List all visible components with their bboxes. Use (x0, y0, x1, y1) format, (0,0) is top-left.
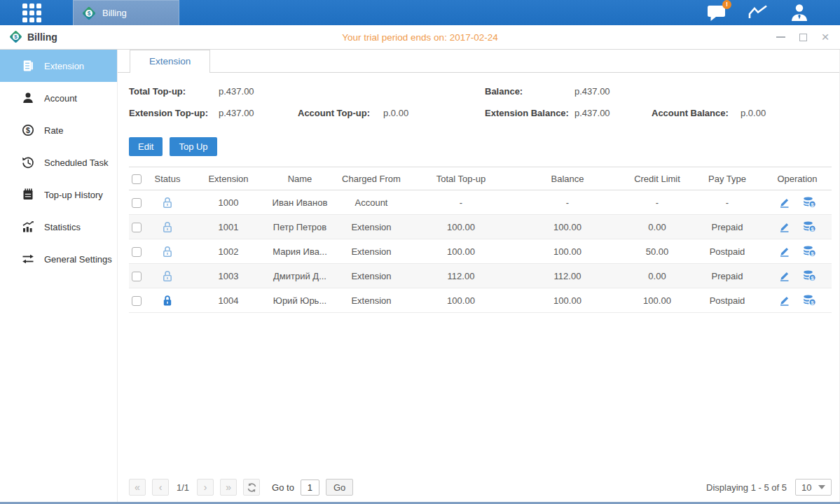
col-balance: Balance (513, 174, 622, 184)
edit-icon[interactable] (778, 246, 790, 257)
extension-table: Status Extension Name Charged From Total… (129, 167, 832, 313)
goto-page-input[interactable] (301, 479, 319, 496)
total-topup-cell: - (409, 197, 513, 208)
row-checkbox-cell (129, 197, 144, 208)
row-checkbox[interactable] (132, 296, 142, 306)
row-checkbox-cell (129, 246, 144, 257)
row-checkbox-cell (129, 270, 144, 281)
col-charged-from: Charged From (333, 174, 409, 184)
refresh-button[interactable] (243, 479, 260, 496)
page-size-select[interactable]: 10 (795, 479, 832, 496)
charged-from-cell: Extension (333, 295, 409, 306)
sidebar-item-label: Scheduled Task (44, 158, 109, 168)
reports-icon[interactable] (748, 4, 769, 21)
window-controls: × (776, 32, 830, 42)
topup-icon[interactable]: $ (803, 221, 816, 232)
sidebar-item-label: Extension (44, 61, 84, 71)
row-checkbox[interactable] (132, 198, 142, 208)
extension-cell: 1000 (191, 197, 266, 208)
select-all-checkbox[interactable] (132, 174, 142, 184)
main-content: Extension Total Top-up: p.437.00 Balance… (118, 50, 840, 502)
col-pay-type: Pay Type (692, 174, 762, 184)
edit-icon[interactable] (778, 197, 790, 208)
sidebar-item-scheduled-task[interactable]: Scheduled Task (0, 146, 117, 178)
pay-type-cell: Prepaid (692, 271, 762, 281)
last-page-button[interactable]: » (220, 479, 237, 496)
prev-page-button[interactable]: ‹ (152, 479, 169, 496)
charged-from-cell: Extension (333, 222, 409, 232)
notification-badge: ! (722, 0, 731, 9)
app-tab-label: Billing (102, 8, 127, 18)
top-up-button[interactable]: Top Up (170, 137, 216, 156)
charged-from-cell: Extension (333, 271, 409, 281)
close-button[interactable]: × (820, 32, 830, 42)
tab-extension[interactable]: Extension (130, 50, 210, 73)
messages-icon[interactable]: ! (707, 4, 727, 21)
displaying-text: Displaying 1 - 5 of 5 (706, 482, 787, 493)
balance-cell: 100.00 (513, 246, 622, 257)
sidebar-item-statistics[interactable]: Statistics (0, 211, 117, 243)
status-cell (144, 220, 191, 232)
extension-cell: 1004 (191, 295, 266, 306)
rate-icon: $ (22, 124, 34, 136)
sidebar-item-label: General Settings (44, 254, 112, 265)
row-checkbox[interactable] (132, 272, 142, 281)
balance-cell: - (513, 197, 622, 208)
account-balance-value: p.0.00 (741, 108, 766, 118)
edit-icon[interactable] (778, 222, 790, 232)
col-status: Status (144, 174, 191, 184)
total-topup-cell: 100.00 (409, 246, 513, 257)
apps-grid-icon[interactable] (22, 3, 42, 22)
maximize-button[interactable] (798, 32, 808, 42)
window-title: Billing (27, 31, 57, 43)
title-group: $ Billing (10, 31, 57, 43)
next-page-button[interactable]: › (197, 479, 214, 496)
charged-from-cell: Account (333, 197, 409, 208)
minimize-button[interactable] (776, 32, 785, 42)
pay-type-cell: Postpaid (692, 295, 762, 306)
billing-window: $ Billing ! $ Billing Your trial period … (0, 0, 840, 504)
name-cell: Иван Иванов (266, 197, 333, 208)
edit-icon[interactable] (778, 271, 790, 281)
billing-app-tab[interactable]: $ Billing (73, 0, 179, 25)
name-cell: Юрий Юрь... (266, 295, 333, 306)
pay-type-cell: Postpaid (692, 246, 762, 257)
svg-text:$: $ (26, 126, 30, 134)
col-operation: Operation (762, 174, 832, 184)
extension-cell: 1003 (191, 271, 266, 281)
go-button[interactable]: Go (326, 479, 353, 496)
table-body: 1000Иван ИвановAccount----$1001Петр Петр… (129, 190, 832, 313)
lock-icon (162, 294, 173, 304)
topbar-right: ! (707, 0, 840, 25)
table-row: 1000Иван ИвановAccount----$ (129, 190, 832, 215)
edit-icon[interactable] (778, 295, 790, 306)
sidebar-item-extension[interactable]: Extension (0, 50, 117, 82)
topup-icon[interactable]: $ (803, 270, 816, 281)
topup-icon[interactable]: $ (803, 246, 816, 257)
charged-from-cell: Extension (333, 246, 409, 257)
sidebar-item-label: Top-up History (44, 190, 103, 200)
chevron-down-icon (818, 485, 825, 489)
sidebar-item-topup-history[interactable]: Top-up History (0, 178, 117, 211)
first-page-button[interactable]: « (129, 479, 146, 496)
topup-icon[interactable]: $ (803, 295, 816, 306)
unlock-icon (162, 270, 173, 280)
topup-history-icon (22, 188, 34, 201)
sidebar-item-general-settings[interactable]: General Settings (0, 243, 117, 275)
page-indicator: 1/1 (177, 482, 189, 493)
status-cell (144, 294, 191, 306)
row-checkbox[interactable] (132, 223, 142, 232)
topup-icon[interactable]: $ (803, 197, 816, 208)
status-cell (144, 245, 191, 257)
balance-label: Balance: (485, 86, 523, 97)
body: Extension Account $ Rate Scheduled Task (0, 50, 840, 502)
row-checkbox[interactable] (132, 247, 142, 257)
sidebar-item-account[interactable]: Account (0, 82, 117, 114)
statistics-icon (22, 220, 34, 233)
user-icon[interactable] (790, 4, 809, 22)
edit-button[interactable]: Edit (129, 137, 163, 156)
sidebar-item-rate[interactable]: $ Rate (0, 114, 117, 146)
pay-type-cell: Prepaid (692, 222, 762, 232)
summary-panel: Total Top-up: p.437.00 Balance: p.437.00… (118, 80, 839, 127)
total-topup-cell: 100.00 (409, 295, 513, 306)
